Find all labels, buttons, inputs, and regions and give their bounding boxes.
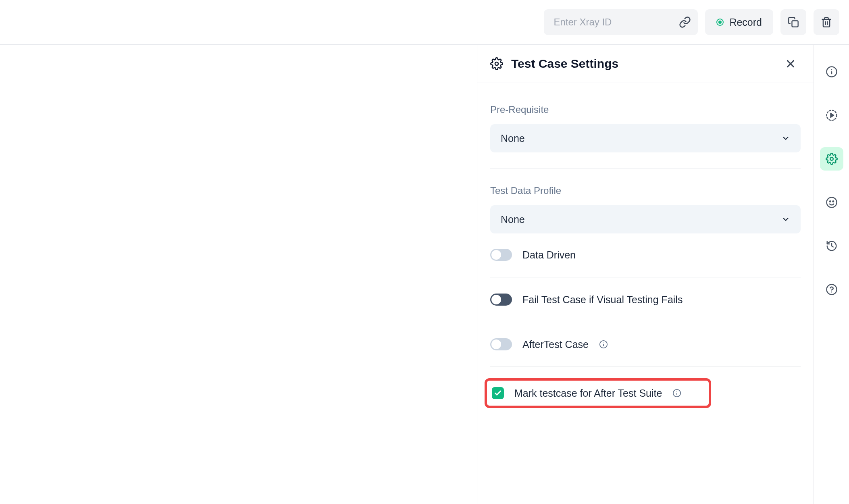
svg-point-19 [830,201,831,202]
right-rail [814,45,849,504]
rail-history[interactable] [820,234,843,258]
after-test-case-label: AfterTest Case [522,339,589,350]
panel-title: Test Case Settings [511,57,618,71]
test-data-profile-select[interactable]: None [490,205,801,233]
rail-assignee[interactable] [820,191,843,214]
svg-point-18 [826,198,837,208]
fail-visual-toggle[interactable] [490,294,512,306]
data-driven-toggle[interactable] [490,249,512,261]
highlight-annotation: Mark testcase for After Test Suite [485,378,711,408]
xray-id-input[interactable] [554,17,674,28]
xray-input-container [544,9,698,35]
mark-after-suite-checkbox[interactable] [492,387,504,399]
svg-point-17 [830,157,833,160]
data-driven-label: Data Driven [522,249,576,261]
play-dashed-icon [826,109,838,121]
pre-requisite-section: Pre-Requisite None [490,83,801,169]
mark-after-suite-section: Mark testcase for After Test Suite [490,367,801,424]
after-test-case-row: AfterTest Case [490,338,801,350]
pre-requisite-value: None [501,133,525,144]
mark-after-suite-label: Mark testcase for After Test Suite [514,387,662,399]
info-icon [826,66,838,78]
history-icon [826,240,838,252]
close-button[interactable] [783,56,798,71]
rail-settings[interactable] [820,147,843,171]
fail-visual-row: Fail Test Case if Visual Testing Fails [490,294,801,306]
chevron-down-icon [781,134,790,143]
gear-icon [826,153,838,165]
record-label: Record [729,17,762,28]
svg-point-3 [495,62,498,65]
svg-marker-16 [830,113,834,117]
mark-after-suite-row: Mark testcase for After Test Suite [487,381,709,406]
panel-body: Pre-Requisite None Test Data Profile Non… [477,83,814,424]
trash-icon [821,17,832,28]
copy-icon [788,17,799,28]
top-toolbar: Record [0,0,849,45]
test-data-profile-section: Test Data Profile None Data Driven [490,169,801,277]
gear-icon [490,57,503,70]
pre-requisite-label: Pre-Requisite [490,104,801,115]
link-icon[interactable] [679,16,691,28]
test-data-profile-label: Test Data Profile [490,185,801,196]
pre-requisite-select[interactable]: None [490,124,801,152]
data-driven-row: Data Driven [490,249,801,261]
chevron-down-icon [781,215,790,224]
test-data-profile-value: None [501,214,525,225]
help-icon [826,283,838,296]
svg-point-20 [832,201,834,202]
info-icon[interactable] [599,340,608,349]
fail-visual-section: Fail Test Case if Visual Testing Fails [490,277,801,322]
check-icon [494,389,502,397]
rail-help[interactable] [820,278,843,301]
rail-info[interactable] [820,60,843,83]
record-button[interactable]: Record [705,9,773,35]
panel-header: Test Case Settings [477,45,814,83]
face-icon [826,196,838,208]
after-test-case-toggle[interactable] [490,338,512,350]
after-test-case-section: AfterTest Case [490,322,801,367]
settings-panel: Test Case Settings Pre-Requisite None Te… [477,45,814,504]
record-dot-icon [716,19,724,26]
info-icon[interactable] [672,389,681,398]
rail-run[interactable] [820,104,843,127]
copy-button[interactable] [780,9,806,35]
close-icon [784,58,797,70]
delete-button[interactable] [814,9,839,35]
svg-rect-0 [792,21,798,27]
fail-visual-label: Fail Test Case if Visual Testing Fails [522,294,683,306]
